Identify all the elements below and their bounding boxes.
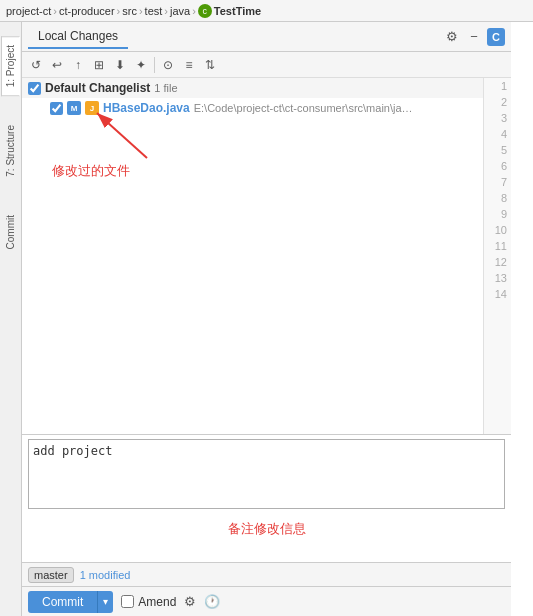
breadcrumb-active[interactable]: TestTime — [214, 5, 261, 17]
toolbar-refresh[interactable]: ↺ — [26, 55, 46, 75]
line-num-13: 13 — [495, 270, 507, 286]
line-num-14: 14 — [495, 286, 507, 302]
commit-spacer — [22, 542, 511, 562]
commit-btn-group: Commit ▾ — [28, 591, 113, 613]
breadcrumb-bar: project-ct › ct-producer › src › test › … — [0, 0, 533, 22]
line-num-7: 7 — [501, 174, 507, 190]
line-num-2: 2 — [501, 94, 507, 110]
sidebar-tab-project[interactable]: 1: Project — [1, 36, 20, 96]
breadcrumb-sep: › — [139, 5, 143, 17]
breadcrumb-icon: c — [198, 4, 212, 18]
file-checkbox[interactable] — [50, 102, 63, 115]
file-list-spacer — [22, 188, 483, 434]
expand-button[interactable]: C — [487, 28, 505, 46]
breadcrumb-sep: › — [192, 5, 196, 17]
amend-text: Amend — [138, 595, 176, 609]
changelist-header: Default Changelist 1 file — [22, 78, 483, 98]
line-num-1: 1 — [501, 78, 507, 94]
commit-textarea-wrapper: add project — [22, 435, 511, 516]
changelist-count: 1 file — [154, 82, 177, 94]
toolbar: ↺ ↩ ↑ ⊞ ⬇ ✦ ⊙ ≡ ⇅ — [22, 52, 511, 78]
changelist-checkbox[interactable] — [28, 82, 41, 95]
toolbar-undo[interactable]: ↩ — [47, 55, 67, 75]
toolbar-download[interactable]: ⬇ — [110, 55, 130, 75]
tab-actions: ⚙ − C — [443, 28, 505, 46]
changelist-name: Default Changelist — [45, 81, 150, 95]
commit-message-input[interactable]: add project — [28, 439, 505, 509]
line-num-8: 8 — [501, 190, 507, 206]
line-num-4: 4 — [501, 126, 507, 142]
toolbar-circle[interactable]: ⊙ — [158, 55, 178, 75]
toolbar-sort[interactable]: ⇅ — [200, 55, 220, 75]
line-num-5: 5 — [501, 142, 507, 158]
commit-btn-bar: Commit ▾ Amend ⚙ 🕐 — [22, 586, 511, 616]
breadcrumb-item-src[interactable]: src — [122, 5, 137, 17]
sidebar-tab-commit[interactable]: Commit — [1, 206, 20, 258]
toolbar-star[interactable]: ✦ — [131, 55, 151, 75]
line-num-10: 10 — [495, 222, 507, 238]
toolbar-grid[interactable]: ⊞ — [89, 55, 109, 75]
svg-line-1 — [97, 113, 147, 158]
toolbar-move[interactable]: ↑ — [68, 55, 88, 75]
line-num-12: 12 — [495, 254, 507, 270]
breadcrumb-item-module[interactable]: ct-producer — [59, 5, 115, 17]
annotation-area: 修改过的文件 — [22, 118, 483, 188]
breadcrumb-item-test[interactable]: test — [145, 5, 163, 17]
line-num-9: 9 — [501, 206, 507, 222]
breadcrumb-sep: › — [53, 5, 57, 17]
branch-badge[interactable]: master — [28, 567, 74, 583]
tab-bar: Local Changes ⚙ − C — [22, 22, 511, 52]
modified-count: 1 modified — [80, 569, 131, 581]
amend-label[interactable]: Amend — [121, 595, 176, 609]
line-num-11: 11 — [495, 238, 507, 254]
amend-checkbox[interactable] — [121, 595, 134, 608]
commit-area: add project 备注修改信息 — [22, 434, 511, 562]
breadcrumb-item-java[interactable]: java — [170, 5, 190, 17]
status-bar: master 1 modified — [22, 562, 511, 586]
arrow-svg — [77, 103, 167, 163]
main-panel: Local Changes ⚙ − C ↺ ↩ ↑ ⊞ ⬇ ✦ ⊙ ≡ ⇅ De… — [22, 22, 511, 616]
minimize-button[interactable]: − — [465, 28, 483, 46]
left-strip: 1: Project 7: Structure Commit — [0, 22, 22, 616]
tab-local-changes[interactable]: Local Changes — [28, 25, 128, 49]
settings-extra-btn[interactable]: ⚙ — [184, 594, 196, 609]
sidebar-tab-structure[interactable]: 7: Structure — [1, 116, 20, 186]
toolbar-list[interactable]: ≡ — [179, 55, 199, 75]
breadcrumb-sep: › — [164, 5, 168, 17]
commit-button[interactable]: Commit — [28, 591, 97, 613]
line-num-3: 3 — [501, 110, 507, 126]
line-num-6: 6 — [501, 158, 507, 174]
clock-btn[interactable]: 🕐 — [204, 594, 220, 609]
toolbar-sep1 — [154, 57, 155, 73]
commit-note: 备注修改信息 — [22, 516, 511, 542]
commit-dropdown-arrow[interactable]: ▾ — [97, 591, 113, 613]
file-path: E:\Code\project-ct\ct-consumer\src\main\… — [194, 102, 414, 114]
settings-button[interactable]: ⚙ — [443, 28, 461, 46]
file-annotation-text: 修改过的文件 — [52, 162, 130, 180]
line-numbers: 1 2 3 4 5 6 7 8 9 10 11 12 13 14 — [483, 78, 511, 434]
breadcrumb-item-project[interactable]: project-ct — [6, 5, 51, 17]
breadcrumb-sep: › — [117, 5, 121, 17]
